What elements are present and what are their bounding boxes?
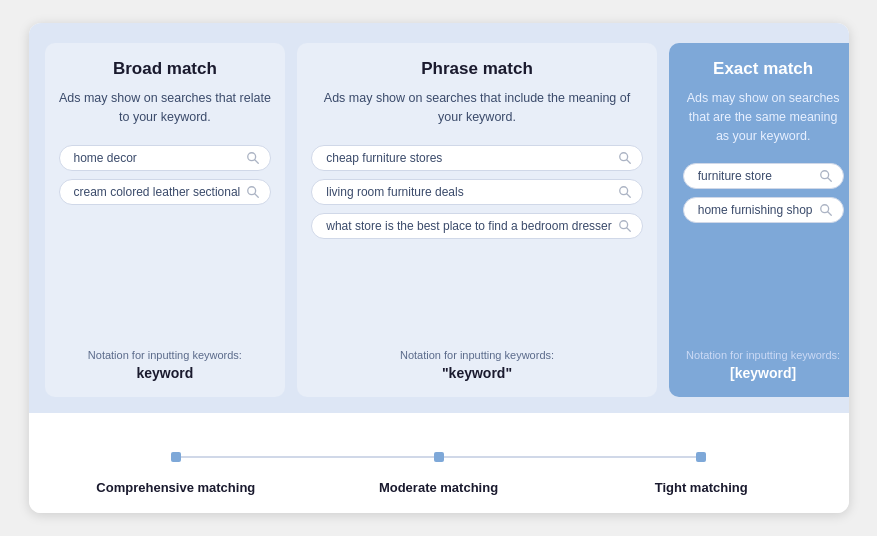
phrase-search-inputs: cheap furniture storesliving room furnit… [311,145,643,239]
exact-search-box-0[interactable]: furniture store [683,163,844,189]
bottom-col-broad: Comprehensive matching [45,413,308,513]
exact-desc: Ads may show on searches that are the sa… [683,89,844,145]
search-icon [618,151,632,165]
svg-line-3 [255,193,259,197]
exact-search-text-1: home furnishing shop [698,203,813,217]
svg-line-7 [627,193,631,197]
phrase-title: Phrase match [421,59,533,79]
broad-search-text-0: home decor [74,151,241,165]
search-icon [246,185,260,199]
broad-search-text-1: cream colored leather sectional [74,185,241,199]
broad-search-box-1[interactable]: cream colored leather sectional [59,179,272,205]
phrase-search-text-0: cheap furniture stores [326,151,612,165]
exact-search-box-1[interactable]: home furnishing shop [683,197,844,223]
column-exact: Exact matchAds may show on searches that… [669,43,849,397]
broad-notation: Notation for inputting keywords:keyword [88,349,242,381]
search-icon [618,185,632,199]
broad-timeline-dot [171,452,181,462]
search-icon [819,169,833,183]
exact-notation-value: [keyword] [686,365,840,381]
exact-search-text-0: furniture store [698,169,813,183]
bottom-col-phrase: Moderate matching [307,413,570,513]
phrase-timeline-dot [434,452,444,462]
phrase-notation: Notation for inputting keywords:"keyword… [400,349,554,381]
broad-desc: Ads may show on searches that relate to … [59,89,272,127]
exact-title: Exact match [713,59,813,79]
broad-search-box-0[interactable]: home decor [59,145,272,171]
column-broad: Broad matchAds may show on searches that… [45,43,286,397]
exact-timeline-dot [696,452,706,462]
broad-title: Broad match [113,59,217,79]
exact-matching-label: Tight matching [655,480,748,495]
phrase-desc: Ads may show on searches that include th… [311,89,643,127]
phrase-search-box-0[interactable]: cheap furniture stores [311,145,643,171]
broad-matching-label: Comprehensive matching [96,480,255,495]
exact-notation: Notation for inputting keywords:[keyword… [686,349,840,381]
svg-line-1 [255,159,259,163]
top-section: Broad matchAds may show on searches that… [29,23,849,413]
svg-line-9 [627,227,631,231]
search-icon [246,151,260,165]
exact-search-inputs: furniture storehome furnishing shop [683,163,844,223]
exact-notation-label: Notation for inputting keywords: [686,349,840,361]
phrase-notation-label: Notation for inputting keywords: [400,349,554,361]
bottom-section: Comprehensive matchingModerate matchingT… [29,413,849,513]
exact-timeline [570,442,833,472]
phrase-search-text-2: what store is the best place to find a b… [326,219,612,233]
phrase-search-box-2[interactable]: what store is the best place to find a b… [311,213,643,239]
search-icon [819,203,833,217]
phrase-matching-label: Moderate matching [379,480,498,495]
phrase-timeline [307,442,570,472]
svg-line-13 [827,212,831,216]
exact-timeline-line [570,456,701,458]
svg-line-5 [627,159,631,163]
broad-notation-label: Notation for inputting keywords: [88,349,242,361]
broad-timeline [45,442,308,472]
svg-line-11 [827,178,831,182]
broad-timeline-line [176,456,307,458]
main-card: Broad matchAds may show on searches that… [29,23,849,513]
phrase-search-box-1[interactable]: living room furniture deals [311,179,643,205]
search-icon [618,219,632,233]
broad-notation-value: keyword [88,365,242,381]
phrase-notation-value: "keyword" [400,365,554,381]
column-phrase: Phrase matchAds may show on searches tha… [297,43,657,397]
phrase-search-text-1: living room furniture deals [326,185,612,199]
bottom-col-exact: Tight matching [570,413,833,513]
broad-search-inputs: home decorcream colored leather sectiona… [59,145,272,205]
